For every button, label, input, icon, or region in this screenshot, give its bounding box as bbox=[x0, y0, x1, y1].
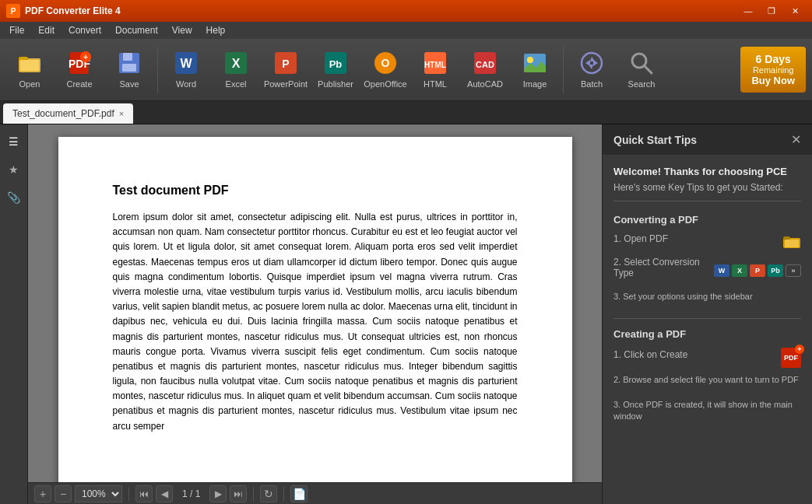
next-page-button[interactable]: ▶ bbox=[209, 485, 227, 502]
image-label: Image bbox=[523, 79, 547, 89]
svg-rect-31 bbox=[785, 240, 799, 247]
svg-text:X: X bbox=[232, 57, 241, 70]
creating-step-3: 3. Once PDF is created, it will show in … bbox=[613, 399, 801, 429]
sidebar-pages-icon[interactable]: ☰ bbox=[3, 131, 25, 152]
svg-point-25 bbox=[527, 57, 533, 63]
panel-close-button[interactable]: ✕ bbox=[791, 132, 801, 147]
menu-file[interactable]: File bbox=[3, 23, 30, 37]
toolbar-sep-2 bbox=[563, 47, 564, 93]
creating-step-1-text: 1. Click on Create bbox=[613, 349, 687, 360]
rotate-button[interactable]: ↻ bbox=[260, 485, 277, 502]
title-text: PDF Converter Elite 4 bbox=[25, 5, 121, 16]
toolbar-autocad-button[interactable]: CAD AutoCAD bbox=[462, 43, 508, 97]
maximize-button[interactable]: ❐ bbox=[761, 3, 782, 19]
toolbar-open-button[interactable]: Open bbox=[6, 43, 53, 97]
toolbar-html-button[interactable]: HTML HTML bbox=[412, 43, 459, 97]
creating-title: Creating a PDF bbox=[613, 328, 801, 340]
menu-edit[interactable]: Edit bbox=[32, 23, 61, 37]
publisher-icon: Pb bbox=[322, 49, 350, 77]
pdf-scroll-area[interactable]: Test document PDF Lorem ipsum dolor sit … bbox=[28, 124, 602, 482]
menu-help[interactable]: Help bbox=[200, 23, 232, 37]
open-label: Open bbox=[19, 79, 40, 89]
toolbar-create-button[interactable]: PDF + Create bbox=[56, 43, 103, 97]
left-sidebar: ☰ ★ 📎 bbox=[0, 124, 28, 504]
toolbar-save-button[interactable]: Save bbox=[106, 43, 153, 97]
export-button[interactable]: 📄 bbox=[290, 485, 308, 502]
step-3-text: 3. Set your options using the sidebar bbox=[613, 291, 753, 303]
prev-page-button[interactable]: ◀ bbox=[156, 485, 173, 502]
open-folder-icon bbox=[782, 234, 801, 250]
status-bar: + − 100% 50% 75% 125% 150% 200% ⏮ ◀ 1 / … bbox=[28, 482, 602, 504]
status-sep-3 bbox=[283, 487, 284, 501]
menu-bar: File Edit Convert Document View Help bbox=[0, 22, 812, 39]
word-conversion-icon: W bbox=[714, 264, 729, 277]
zoom-in-button[interactable]: + bbox=[34, 485, 51, 502]
page-indicator: 1 / 1 bbox=[182, 488, 200, 499]
svg-text:W: W bbox=[180, 57, 192, 70]
status-sep-2 bbox=[253, 487, 254, 501]
ppt-conversion-icon: P bbox=[750, 264, 765, 277]
svg-text:HTML: HTML bbox=[424, 61, 446, 69]
pdf-document-body: Lorem ipsum dolor sit amet, consectetur … bbox=[113, 210, 518, 434]
step-1-num: 1. Open PDF bbox=[613, 233, 668, 244]
buy-days-text: 6 Days bbox=[751, 53, 795, 65]
create-pdf-icon: PDF + bbox=[781, 348, 801, 368]
pdf-viewer: Test document PDF Lorem ipsum dolor sit … bbox=[28, 124, 602, 504]
toolbar-word-button[interactable]: W Word bbox=[163, 43, 209, 97]
title-bar-controls: — ❐ ✕ bbox=[737, 3, 806, 19]
sidebar-attachments-icon[interactable]: 📎 bbox=[3, 187, 25, 208]
tab-document[interactable]: Test_document_PDF.pdf × bbox=[3, 103, 133, 124]
converting-title: Converting a PDF bbox=[613, 214, 801, 226]
search-icon bbox=[627, 49, 656, 77]
last-page-button[interactable]: ⏭ bbox=[230, 485, 247, 502]
menu-convert[interactable]: Convert bbox=[62, 23, 107, 37]
zoom-dropdown[interactable]: 100% 50% 75% 125% 150% 200% bbox=[75, 485, 122, 502]
menu-view[interactable]: View bbox=[166, 23, 199, 37]
svg-point-26 bbox=[582, 53, 602, 73]
openoffice-icon: O bbox=[371, 49, 399, 77]
pdf-document-title: Test document PDF bbox=[113, 184, 518, 198]
toolbar-powerpoint-button[interactable]: P PowerPoint bbox=[262, 43, 309, 97]
powerpoint-icon: P bbox=[272, 49, 300, 77]
close-button[interactable]: ✕ bbox=[784, 3, 806, 19]
toolbar-publisher-button[interactable]: Pb Publisher bbox=[312, 43, 359, 97]
menu-document[interactable]: Document bbox=[109, 23, 164, 37]
title-bar-left: P PDF Converter Elite 4 bbox=[6, 4, 121, 18]
panel-welcome: Welcome! Thanks for choosing PCE bbox=[613, 166, 801, 177]
toolbar-openoffice-button[interactable]: O OpenOffice bbox=[362, 43, 409, 97]
svg-rect-9 bbox=[122, 64, 136, 72]
image-icon bbox=[521, 49, 549, 77]
svg-text:P: P bbox=[282, 58, 289, 70]
create-label: Create bbox=[66, 79, 92, 89]
creating-step-3-text: 3. Once PDF is created, it will show in … bbox=[613, 399, 801, 423]
openoffice-label: OpenOffice bbox=[364, 79, 406, 89]
panel-divider bbox=[613, 318, 801, 319]
converting-step-2: 2. Select Conversion Type W X P Pb » bbox=[613, 257, 801, 285]
minimize-button[interactable]: — bbox=[737, 3, 759, 19]
sidebar-bookmarks-icon[interactable]: ★ bbox=[3, 159, 25, 180]
right-panel: Quick Start Tips ✕ Welcome! Thanks for c… bbox=[602, 124, 812, 504]
toolbar-search-button[interactable]: Search bbox=[618, 43, 665, 97]
toolbar: Open PDF + Create Save bbox=[0, 39, 812, 101]
toolbar-batch-button[interactable]: Batch bbox=[568, 43, 615, 97]
converting-step-1: 1. Open PDF bbox=[613, 233, 801, 250]
save-icon bbox=[115, 49, 143, 77]
content-area: ☰ ★ 📎 Test document PDF Lorem ipsum dolo… bbox=[0, 124, 812, 504]
first-page-button[interactable]: ⏮ bbox=[135, 485, 153, 502]
batch-icon bbox=[578, 49, 606, 77]
buy-now-button[interactable]: 6 Days Remaining Buy Now bbox=[740, 47, 806, 93]
html-label: HTML bbox=[424, 79, 447, 89]
autocad-label: AutoCAD bbox=[467, 79, 503, 89]
toolbar-excel-button[interactable]: X Excel bbox=[213, 43, 259, 97]
zoom-out-button[interactable]: − bbox=[54, 485, 72, 502]
toolbar-image-button[interactable]: Image bbox=[511, 43, 558, 97]
buy-label-text: Buy Now bbox=[751, 75, 795, 86]
tab-close-button[interactable]: × bbox=[119, 109, 124, 118]
svg-text:CAD: CAD bbox=[476, 60, 494, 69]
creating-step-2: 2. Browse and select file you want to tu… bbox=[613, 374, 801, 392]
open-icon bbox=[16, 49, 44, 77]
svg-line-28 bbox=[645, 66, 652, 73]
publisher-label: Publisher bbox=[318, 79, 353, 89]
tab-label: Test_document_PDF.pdf bbox=[12, 108, 114, 119]
powerpoint-label: PowerPoint bbox=[264, 79, 308, 89]
